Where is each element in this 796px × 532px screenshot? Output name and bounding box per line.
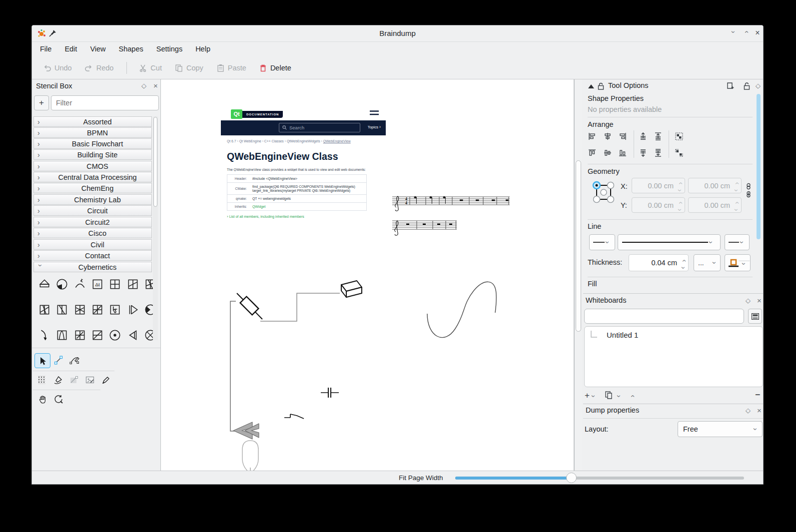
- tool-pattern-button[interactable]: [82, 373, 97, 387]
- line-style-dropdown[interactable]: ›: [618, 234, 721, 250]
- bring-to-front-icon[interactable]: [654, 132, 663, 141]
- remove-whiteboard-button[interactable]: −: [755, 390, 761, 400]
- stencil-shape-left-triangle-bar-icon[interactable]: [126, 329, 139, 342]
- stencil-shape-pointer-box-icon[interactable]: [108, 303, 121, 316]
- stencil-category-bpmn[interactable]: ›BPMN: [33, 127, 152, 138]
- aspect-ratio-link-icon-2[interactable]: [746, 191, 752, 198]
- music-staff-shape[interactable]: 4 4: [392, 196, 510, 211]
- unlock-icon[interactable]: [744, 82, 750, 90]
- move-down-icon[interactable]: ›: [616, 395, 623, 398]
- whiteboard-name-input[interactable]: [584, 309, 744, 324]
- stencil-shape-peak-box-icon[interactable]: [55, 329, 68, 342]
- tool-grid-button[interactable]: [34, 373, 49, 387]
- stencil-shape-diagonal-line-box-icon[interactable]: [91, 329, 104, 342]
- music-staff-2-shape[interactable]: [392, 221, 457, 235]
- tool-connection-button[interactable]: [51, 353, 66, 367]
- tool-pencil-button[interactable]: [98, 373, 113, 387]
- close-icon[interactable]: ×: [753, 28, 763, 37]
- undo-button[interactable]: Undo: [43, 64, 72, 72]
- stencil-shape-steep-line-box-icon[interactable]: [55, 303, 68, 316]
- stencil-scrollbar[interactable]: [153, 116, 158, 340]
- stencil-category-assorted[interactable]: ›Assorted: [33, 116, 152, 127]
- thickness-field[interactable]: 0.04 cm ››: [629, 254, 689, 271]
- stencil-shape-arc-sensor-icon[interactable]: [73, 278, 86, 291]
- copy-button[interactable]: Copy: [175, 64, 203, 72]
- stencil-shape-star-line-box-icon[interactable]: [73, 303, 86, 316]
- stencil-category-chemistry-lab[interactable]: ›Chemistry Lab: [33, 194, 152, 205]
- canvas-vscrollbar[interactable]: [574, 79, 582, 471]
- whiteboard-canvas[interactable]: Qt DOCUMENTATION Search Topics › Qt 6.7 …: [160, 79, 574, 471]
- menu-help[interactable]: Help: [195, 45, 210, 53]
- layout-dropdown[interactable]: Free ›: [678, 421, 763, 437]
- delete-button[interactable]: Delete: [259, 64, 291, 72]
- redo-button[interactable]: Redo: [85, 64, 114, 72]
- spinner-arrows-icon[interactable]: ››: [736, 180, 738, 194]
- stencil-filter-input[interactable]: [51, 95, 159, 110]
- tool-calligraphy-button[interactable]: [50, 373, 65, 387]
- group-shapes-icon[interactable]: [675, 132, 684, 141]
- switch-shape[interactable]: [284, 414, 304, 419]
- minimize-icon[interactable]: ›: [730, 27, 737, 37]
- new-view-icon[interactable]: [727, 82, 735, 89]
- whiteboard-list-view-button[interactable]: [748, 309, 762, 324]
- stencil-shape-star-box-icon[interactable]: [38, 303, 51, 316]
- stencil-shape-dot-circle-icon[interactable]: [108, 329, 121, 342]
- align-bottom-icon[interactable]: [618, 148, 627, 157]
- x-position-field[interactable]: 0.00 cm ››: [632, 178, 685, 193]
- whiteboard-list[interactable]: Untitled 1: [584, 326, 763, 387]
- move-up-icon[interactable]: ›: [629, 395, 636, 398]
- stencil-shape-delta-t-box-icon[interactable]: Δt: [91, 278, 104, 291]
- stencil-category-circuit2[interactable]: ›Circuit2: [33, 217, 152, 227]
- align-center-vertical-icon[interactable]: [603, 148, 612, 157]
- spinner-arrows-icon[interactable]: ››: [736, 199, 738, 213]
- height-field[interactable]: 0.00 cm ››: [688, 197, 742, 213]
- menu-view[interactable]: View: [90, 45, 105, 53]
- stencil-category-contact[interactable]: ›Contact: [33, 250, 152, 261]
- raise-shape-icon[interactable]: [639, 132, 648, 141]
- tool-options-float-icon[interactable]: ◇: [756, 82, 761, 89]
- stencil-category-central-data-processing[interactable]: ›Central Data Processing: [33, 172, 152, 182]
- lower-shape-icon[interactable]: [639, 148, 648, 157]
- stencil-category-basic-flowchart[interactable]: ›Basic Flowchart: [33, 138, 152, 149]
- stencil-float-icon[interactable]: ◇: [141, 82, 146, 89]
- spinner-arrows-icon[interactable]: ››: [679, 180, 682, 194]
- position-anchor-widget[interactable]: [591, 179, 617, 205]
- maximize-icon[interactable]: ›: [743, 27, 750, 37]
- stencil-shape-crossed-diagonal-box-icon[interactable]: [73, 329, 86, 342]
- whiteboards-close-icon[interactable]: ×: [757, 296, 762, 305]
- spinner-arrows-icon[interactable]: ››: [679, 199, 682, 213]
- stencil-close-icon[interactable]: ×: [153, 81, 158, 90]
- y-position-field[interactable]: 0.00 cm ››: [632, 197, 685, 213]
- dump-properties-float-icon[interactable]: ◇: [746, 407, 751, 414]
- vertical-connector-line[interactable]: [230, 301, 236, 431]
- add-whiteboard-button[interactable]: +: [585, 391, 590, 401]
- s-curve-shape[interactable]: [427, 282, 496, 337]
- line-end-marker-dropdown[interactable]: ›: [725, 234, 750, 250]
- stencil-shape-diagonal-crossed-box-icon[interactable]: [126, 278, 139, 291]
- stencil-shape-right-triangle-icon[interactable]: [126, 303, 139, 316]
- stencil-shape-curve-arrow-icon[interactable]: [38, 329, 51, 342]
- stencil-shape-funnel-icon[interactable]: [38, 278, 51, 291]
- chevron-down-icon[interactable]: ›: [590, 395, 597, 398]
- stencil-category-civil[interactable]: ›Civil: [33, 239, 152, 250]
- paste-button[interactable]: Paste: [216, 64, 246, 72]
- box-3d-shape[interactable]: [341, 281, 362, 297]
- list-item[interactable]: Untitled 1: [585, 329, 763, 342]
- width-field[interactable]: 0.00 cm ››: [688, 178, 742, 193]
- stencil-shape-crossed-box-icon[interactable]: [108, 278, 121, 291]
- whiteboards-float-icon[interactable]: ◇: [746, 297, 751, 304]
- bullet-gate-shape[interactable]: [242, 441, 258, 471]
- resistor-shape[interactable]: [237, 293, 262, 319]
- tool-zoom-button[interactable]: [51, 392, 66, 406]
- tool-gradient-button[interactable]: [66, 373, 81, 387]
- line-ends-style-dropdown[interactable]: ... ›: [694, 254, 721, 271]
- orthogonal-connector-line[interactable]: [260, 293, 340, 321]
- stencil-category-building-site[interactable]: ›Building Site: [33, 149, 152, 160]
- line-start-marker-dropdown[interactable]: ›: [589, 234, 615, 250]
- collapse-triangle-icon[interactable]: [588, 84, 595, 89]
- canvas-vscrollbar-thumb[interactable]: [576, 160, 581, 332]
- stencil-shape-sector-circle-icon[interactable]: [144, 303, 153, 316]
- tool-pan-button[interactable]: [35, 392, 50, 406]
- capacitor-shape[interactable]: [321, 388, 339, 398]
- align-top-icon[interactable]: [588, 148, 597, 157]
